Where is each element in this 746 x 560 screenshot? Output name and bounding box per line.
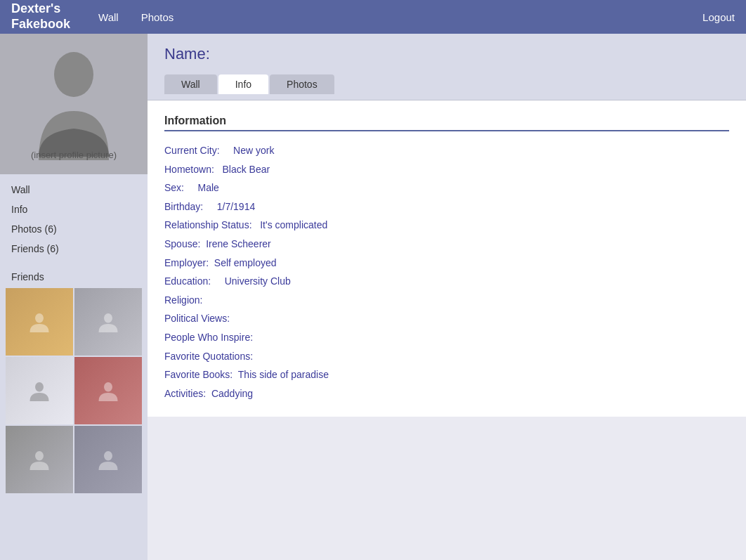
profile-name: Name: — [164, 45, 729, 63]
info-activities-label: Activities: — [164, 388, 206, 399]
info-hometown: Hometown: Black Bear — [164, 160, 729, 179]
sidebar: (insert profile picture) Wall Info Photo… — [0, 34, 148, 560]
profile-pic-area: (insert profile picture) — [0, 34, 148, 174]
friend-thumb-5[interactable] — [6, 426, 73, 493]
svg-point-6 — [104, 451, 112, 461]
friends-grid — [0, 285, 148, 496]
info-quotations-label: Favorite Quotations: — [164, 351, 253, 362]
info-birthday-value: 1/7/1914 — [217, 201, 256, 212]
navbar-wall-link[interactable]: Wall — [98, 11, 119, 23]
brand-line2: Fakebook — [11, 17, 70, 31]
friend-5-person-icon — [29, 449, 50, 470]
info-content: Information Current City: New york Homet… — [148, 100, 746, 417]
profile-pic-placeholder-text: (insert profile picture) — [0, 150, 148, 160]
info-employer-value: Self employed — [214, 257, 277, 268]
friend-3-person-icon — [29, 380, 50, 401]
info-spouse-value: Irene Scheerer — [206, 238, 271, 249]
info-employer-label: Employer: — [164, 257, 209, 268]
friend-thumb-4[interactable] — [74, 357, 142, 424]
content-area: Name: Wall Info Photos Information Curre… — [148, 34, 746, 560]
svg-point-5 — [35, 451, 44, 461]
info-relationship-value: It's complicated — [260, 219, 327, 230]
profile-header: Name: Wall Info Photos — [148, 34, 746, 100]
info-hometown-label: Hometown: — [164, 164, 214, 175]
info-sex-label: Sex: — [164, 182, 184, 193]
svg-point-2 — [104, 313, 112, 323]
info-books-label: Favorite Books: — [164, 369, 233, 380]
info-current-city-label: Current City: — [164, 145, 220, 156]
friends-section-title: Friends — [0, 264, 148, 285]
info-heading: Information — [164, 115, 729, 131]
brand-line1: Dexter's — [11, 1, 60, 15]
friend-thumb-3[interactable] — [6, 357, 73, 424]
info-sex-value: Male — [197, 182, 218, 193]
tabs: Wall Info Photos — [164, 74, 729, 94]
info-political: Political Views: — [164, 309, 729, 328]
info-spouse-label: Spouse: — [164, 238, 200, 249]
brand-logo[interactable]: Dexter's Fakebook — [11, 1, 70, 32]
sidebar-item-photos[interactable]: Photos (6) — [0, 219, 148, 239]
navbar-links: Wall Photos — [98, 11, 702, 23]
profile-silhouette-icon — [32, 48, 116, 160]
info-spouse: Spouse: Irene Scheerer — [164, 235, 729, 254]
info-inspire-label: People Who Inspire: — [164, 332, 253, 343]
sidebar-item-info[interactable]: Info — [0, 200, 148, 219]
profile-name-colon: : — [206, 45, 210, 63]
info-activities: Activities: Caddying — [164, 384, 729, 403]
info-birthday-label: Birthday: — [164, 201, 203, 212]
friend-1-person-icon — [29, 311, 50, 332]
info-birthday: Birthday: 1/7/1914 — [164, 197, 729, 216]
navbar: Dexter's Fakebook Wall Photos Logout — [0, 0, 746, 34]
friend-thumb-6[interactable] — [74, 426, 142, 493]
profile-name-label: Name — [164, 45, 206, 63]
friend-4-person-icon — [98, 380, 119, 401]
info-education-label: Education: — [164, 275, 211, 287]
svg-point-1 — [35, 313, 44, 323]
info-religion: Religion: — [164, 291, 729, 310]
svg-point-3 — [35, 382, 44, 392]
main-layout: (insert profile picture) Wall Info Photo… — [0, 34, 746, 560]
tab-photos[interactable]: Photos — [270, 74, 334, 94]
tab-info[interactable]: Info — [218, 74, 268, 94]
sidebar-item-wall[interactable]: Wall — [0, 180, 148, 200]
friend-thumb-1[interactable] — [6, 288, 73, 356]
info-books-value: This side of paradise — [238, 369, 329, 380]
info-education-value: University Club — [225, 275, 291, 287]
friend-thumb-2[interactable] — [74, 288, 142, 356]
friend-6-person-icon — [98, 449, 119, 470]
tab-wall[interactable]: Wall — [164, 74, 217, 94]
info-sex: Sex: Male — [164, 178, 729, 197]
info-books: Favorite Books: This side of paradise — [164, 365, 729, 384]
svg-point-0 — [54, 52, 93, 97]
sidebar-nav: Wall Info Photos (6) Friends (6) — [0, 174, 148, 264]
info-religion-label: Religion: — [164, 294, 202, 306]
info-education: Education: University Club — [164, 272, 729, 291]
friend-2-person-icon — [98, 311, 119, 332]
info-quotations: Favorite Quotations: — [164, 347, 729, 366]
info-current-city-value: New york — [233, 145, 274, 156]
svg-point-4 — [104, 382, 112, 392]
info-political-label: Political Views: — [164, 313, 230, 324]
info-relationship: Relationship Status: It's complicated — [164, 216, 729, 235]
info-current-city: Current City: New york — [164, 141, 729, 160]
info-employer: Employer: Self employed — [164, 254, 729, 273]
info-activities-value: Caddying — [211, 388, 253, 399]
navbar-photos-link[interactable]: Photos — [141, 11, 174, 23]
info-hometown-value: Black Bear — [222, 164, 270, 175]
info-relationship-label: Relationship Status: — [164, 219, 252, 230]
info-inspire: People Who Inspire: — [164, 328, 729, 347]
logout-button[interactable]: Logout — [702, 11, 735, 23]
sidebar-item-friends[interactable]: Friends (6) — [0, 239, 148, 259]
